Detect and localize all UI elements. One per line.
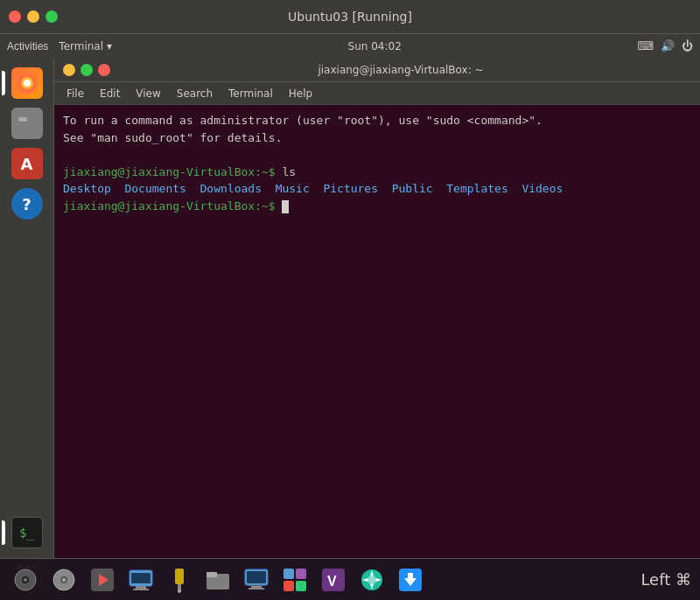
terminal-icon: $_ xyxy=(11,517,43,548)
terminal-cursor xyxy=(282,200,289,213)
svg-rect-25 xyxy=(131,573,150,583)
sidebar-item-files[interactable] xyxy=(9,105,46,142)
svg-rect-37 xyxy=(296,569,306,579)
terminal-menubar: File Edit View Search Terminal Help xyxy=(54,82,700,105)
activities-button[interactable]: Activities xyxy=(7,40,48,52)
svg-rect-30 xyxy=(206,572,217,577)
svg-point-43 xyxy=(368,576,376,584)
terminal-menu-label: Terminal xyxy=(59,40,103,52)
taskbar-screen-icon[interactable] xyxy=(240,563,273,597)
sidebar: A ? $_ xyxy=(0,58,54,600)
clock-time: Sun 04:02 xyxy=(348,40,402,52)
taskbar-vm-icon[interactable] xyxy=(278,563,312,597)
taskbar-cd-icon[interactable] xyxy=(47,563,80,597)
svg-rect-33 xyxy=(248,588,264,590)
prompt-text-2: jiaxiang@jiaxiang-VirtualBox:~$ xyxy=(63,199,276,213)
terminal-title: jiaxiang@jiaxiang-VirtualBox: ~ xyxy=(110,64,691,76)
svg-rect-35 xyxy=(248,585,264,586)
svg-point-28 xyxy=(178,590,181,593)
taskbar-folder-icon[interactable] xyxy=(201,563,234,597)
terminal-content[interactable]: To run a command as administrator (user … xyxy=(54,105,700,600)
ls-output-text: Desktop Documents Downloads Music Pictur… xyxy=(63,182,563,195)
appstore-icon: A xyxy=(11,148,43,179)
shortcut-label: Left ⌘ xyxy=(640,570,691,589)
svg-rect-38 xyxy=(284,581,294,591)
svg-rect-34 xyxy=(247,571,266,583)
terminal-minimize-button[interactable]: – xyxy=(63,64,75,76)
prompt-text-1: jiaxiang@jiaxiang-VirtualBox:~$ xyxy=(63,165,276,178)
terminal-close-button[interactable]: × xyxy=(98,64,110,76)
svg-rect-36 xyxy=(284,569,294,579)
terminal-maximize-button[interactable]: + xyxy=(80,64,93,76)
files-icon xyxy=(11,108,43,139)
svg-point-16 xyxy=(24,578,27,582)
terminal-prompt-1: jiaxiang@jiaxiang-VirtualBox:~$ ls xyxy=(63,164,691,181)
main-layout: A ? $_ xyxy=(0,58,700,600)
menu-search[interactable]: Search xyxy=(170,86,220,101)
window-controls[interactable] xyxy=(9,10,58,23)
svg-rect-46 xyxy=(408,573,413,580)
taskbar-disk-icon[interactable] xyxy=(9,563,42,597)
svg-rect-26 xyxy=(175,569,184,584)
command-text: ls xyxy=(276,165,296,178)
taskbar: V Left ⌘ xyxy=(0,558,700,600)
system-bar-right: ⌨ 🔊 ⏻ xyxy=(637,39,693,52)
sidebar-item-appstore[interactable]: A xyxy=(9,145,46,182)
minimize-button[interactable] xyxy=(27,10,39,23)
taskbar-network-icon[interactable] xyxy=(124,563,158,597)
menu-view[interactable]: View xyxy=(129,86,167,101)
svg-rect-39 xyxy=(296,581,306,591)
terminal-line-2: See "man sudo_root" for details. xyxy=(63,129,691,147)
volume-icon: 🔊 xyxy=(661,39,675,52)
menu-edit[interactable]: Edit xyxy=(93,86,127,101)
terminal-menu[interactable]: Terminal ▾ xyxy=(59,40,112,52)
sidebar-item-help[interactable]: ? xyxy=(9,185,46,222)
terminal-window: – + × jiaxiang@jiaxiang-VirtualBox: ~ Fi… xyxy=(54,58,700,600)
sidebar-item-terminal[interactable]: $_ xyxy=(9,514,46,551)
menu-terminal[interactable]: Terminal xyxy=(221,86,280,101)
firefox-icon xyxy=(11,67,43,99)
svg-rect-4 xyxy=(18,117,27,122)
menu-help[interactable]: Help xyxy=(282,86,319,101)
network-status-icon: ⌨ xyxy=(637,39,654,52)
svg-point-2 xyxy=(24,80,31,87)
window-title: Ubuntu03 [Running] xyxy=(288,10,412,24)
svg-rect-23 xyxy=(136,586,146,589)
title-bar: Ubuntu03 [Running] xyxy=(0,0,700,33)
menu-file[interactable]: File xyxy=(60,86,91,101)
terminal-prompt-2: jiaxiang@jiaxiang-VirtualBox:~$ xyxy=(63,198,691,215)
svg-point-19 xyxy=(62,578,66,582)
maximize-button[interactable] xyxy=(46,10,58,23)
taskbar-v-icon[interactable]: V xyxy=(317,563,350,597)
power-icon: ⏻ xyxy=(682,39,693,52)
taskbar-download-icon[interactable] xyxy=(394,563,427,597)
taskbar-right: Left ⌘ xyxy=(640,570,691,589)
taskbar-media-icon[interactable] xyxy=(86,563,119,597)
system-bar-clock: Sun 04:02 xyxy=(122,40,626,52)
help-icon: ? xyxy=(11,188,43,220)
terminal-menu-arrow: ▾ xyxy=(107,40,112,52)
terminal-ls-output: Desktop Documents Downloads Music Pictur… xyxy=(63,180,691,198)
taskbar-usb-icon[interactable] xyxy=(163,563,196,597)
system-bar-left: Activities Terminal ▾ xyxy=(7,40,112,52)
svg-text:V: V xyxy=(327,574,337,589)
terminal-title-bar: – + × jiaxiang@jiaxiang-VirtualBox: ~ xyxy=(54,58,700,82)
svg-rect-24 xyxy=(133,589,149,590)
taskbar-settings-icon[interactable] xyxy=(355,563,388,597)
sidebar-item-firefox[interactable] xyxy=(9,65,46,101)
terminal-win-controls[interactable]: – + × xyxy=(63,64,110,76)
terminal-line-blank xyxy=(63,146,691,164)
terminal-line-1: To run a command as administrator (user … xyxy=(63,112,691,129)
close-button[interactable] xyxy=(9,10,21,23)
system-bar: Activities Terminal ▾ Sun 04:02 ⌨ 🔊 ⏻ xyxy=(0,33,700,58)
